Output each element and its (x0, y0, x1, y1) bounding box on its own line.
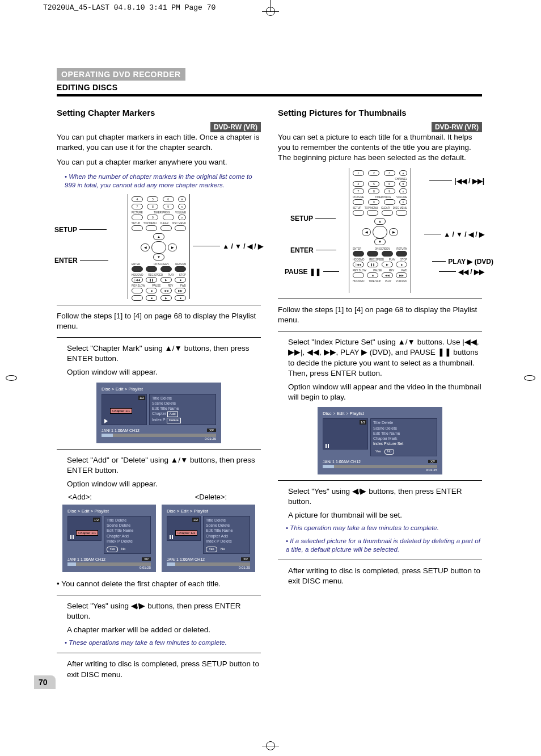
section-banner: OPERATING DVD RECORDER (57, 68, 185, 81)
crop-mark-bottom (266, 741, 275, 750)
callout-rev-right: ◀◀ / ▶▶ (438, 268, 484, 276)
callout-play-right: PLAY ▶ (DVD) (431, 258, 493, 266)
page-content: OPERATING DVD RECORDER EDITING DISCS Set… (57, 68, 482, 683)
running-header: T2020UA_45-LAST 04.8.10 3:41 PM Page 70 (43, 3, 215, 12)
left-step2: Select "Add" or "Delete" using ▲/▼ butto… (67, 455, 261, 490)
osd-screen-delete: Disc > Edit > Playlist 1/2Chapter 1/2 Ti… (162, 505, 255, 572)
add-delete-screens: Disc > Edit > Playlist 1/2Chapter 1/1 Ti… (57, 502, 261, 574)
osd-screen-indexpic: Disc > Edit > Playlist 1/2 Title Delete … (318, 407, 442, 474)
osd-screen-add: Disc > Edit > Playlist 1/2Chapter 1/1 Ti… (62, 505, 156, 572)
crop-mark-top (259, 0, 282, 17)
crop-mark-right (524, 375, 535, 381)
divider (278, 331, 482, 331)
left-bullet-cannot: • You cannot delete the first chapter of… (57, 579, 261, 589)
right-note1: • This operation may take a few minutes … (286, 524, 482, 532)
left-note2: • These operations may take a few minute… (65, 639, 261, 647)
page-number: 70 (34, 675, 56, 689)
left-step4: After writing to disc is completed, pres… (67, 659, 261, 679)
right-step1: Select "Index Picture Set" using ▲/▼ but… (288, 337, 482, 402)
divider (278, 299, 482, 299)
left-column: Setting Chapter Markers DVD-RW (VR) You … (57, 108, 261, 683)
callout-setup-left: SETUP (54, 226, 108, 234)
section-rule (57, 94, 482, 96)
remote-body: 456▼ 789∧ PICTURETIMER PROGVOLUME 0∨ SET… (128, 194, 190, 299)
right-p1: You can set a picture to each title for … (278, 132, 482, 163)
screen-captions: <Add>: <Delete>: (57, 493, 261, 501)
right-column: Setting Pictures for Thumbnails DVD-RW (… (278, 108, 482, 683)
callout-arrows-left: ▲ / ▼ / ◀ / ▶ (192, 242, 263, 250)
divider (57, 449, 261, 450)
right-title: Setting Pictures for Thumbnails (278, 108, 482, 117)
right-follow: Follow the steps [1] to [4] on page 68 t… (278, 305, 482, 325)
left-step3: Select "Yes" using ◀/▶ buttons, then pre… (67, 601, 261, 636)
callout-arrows-right: ▲ / ▼ / ◀ / ▶ (423, 230, 484, 238)
left-step1: Select "Chapter Mark" using ▲/▼ buttons,… (67, 343, 261, 378)
dvd-rw-badge-right: DVD-RW (VR) (432, 122, 482, 132)
remote-diagram-right: |◀◀ / ▶▶| SETUP ▲ / ▼ / ◀ / ▶ ENTER PLAY… (278, 168, 482, 293)
callout-pause-right: PAUSE ❚❚ (285, 268, 340, 276)
nav-pad: ▲▼◀▶ (141, 233, 177, 261)
left-title: Setting Chapter Markers (57, 108, 261, 117)
left-p1: You can put chapter markers in each titl… (57, 132, 261, 153)
divider (278, 560, 482, 560)
dvd-rw-badge-left: DVD-RW (VR) (210, 122, 261, 132)
divider (57, 653, 261, 653)
remote-body-right: 123▲ CHANNEL 456▼ 789∧ PICTURETIMER PROG… (349, 168, 411, 293)
divider (57, 305, 261, 305)
left-note1: • When the number of chapter markers in … (65, 173, 261, 190)
right-step2: Select "Yes" using ◀/▶ buttons, then pre… (288, 486, 482, 521)
right-step3: After writing to disc is completed, pres… (288, 566, 482, 586)
remote-diagram-left: SETUP ENTER ▲ / ▼ / ◀ / ▶ 456▼ 789∧ PICT… (57, 194, 261, 299)
left-follow: Follow the steps [1] to [4] on page 68 t… (57, 311, 261, 331)
crop-mark-left (6, 375, 17, 381)
osd-screen-chaptermark: Disc > Edit > Playlist 1/2 Chapter 1/1 T… (96, 383, 221, 443)
divider (57, 595, 261, 595)
callout-enter-right: ENTER (290, 246, 337, 254)
section-subheading: EDITING DISCS (57, 83, 482, 92)
left-p2: You can put a chapter marker anywhere yo… (57, 157, 261, 167)
divider (278, 480, 482, 481)
callout-enter-left: ENTER (54, 257, 109, 264)
divider (57, 337, 261, 338)
callout-skip: |◀◀ / ▶▶| (428, 177, 484, 185)
callout-setup-right: SETUP (290, 215, 337, 222)
right-note2: • If a selected picture for a thumbnail … (286, 537, 482, 554)
